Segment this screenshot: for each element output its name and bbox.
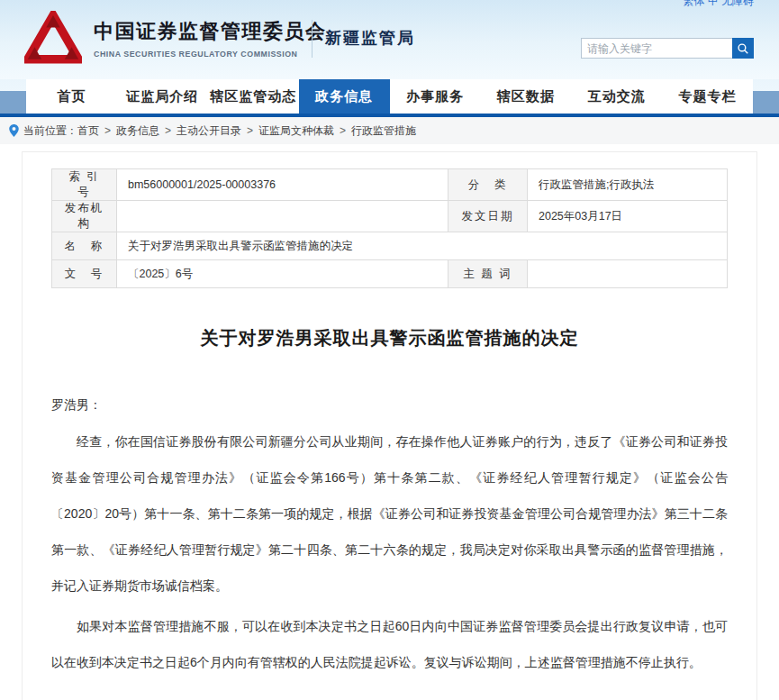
- content-card: 索 引 号 bm56000001/2025-00003376 分 类 行政监管措…: [22, 151, 757, 700]
- table-row: 发布机构 发文日期 2025年03月17日: [52, 201, 728, 232]
- meta-name-value: 关于对罗浩男采取出具警示函监管措施的决定: [117, 232, 728, 260]
- breadcrumb-item-doc-genre[interactable]: 证监局文种体裁: [258, 123, 334, 139]
- nav-item-bureau-intro[interactable]: 证监局介绍: [117, 79, 208, 114]
- location-pin-icon: [9, 124, 19, 137]
- breadcrumb-separator: >: [165, 124, 171, 137]
- meta-pubdate-value: 2025年03月17日: [528, 201, 728, 232]
- breadcrumb-item-gov-info[interactable]: 政务信息: [116, 123, 159, 139]
- document-paragraph-1: 经查，你在国信证券股份有限公司新疆分公司从业期间，存在操作他人证券账户的行为，违…: [51, 424, 728, 604]
- breadcrumb-item-home[interactable]: 首页: [77, 123, 99, 139]
- meta-category-label: 分 类: [448, 169, 528, 201]
- breadcrumb-item-admin-measures[interactable]: 行政监管措施: [351, 123, 416, 139]
- meta-keywords-value: [528, 260, 728, 288]
- nav-item-regional-data[interactable]: 辖区数据: [480, 79, 571, 114]
- top-utility-links[interactable]: 繁体 中 无障碍: [683, 0, 754, 9]
- breadcrumb-separator: >: [104, 124, 111, 137]
- meta-index-label: 索 引 号: [52, 169, 117, 201]
- breadcrumb-separator: >: [247, 124, 253, 137]
- nav-item-regional-dynamics[interactable]: 辖区监管动态: [208, 79, 299, 114]
- org-title-block: 中国证券监督管理委员会 CHINA SECURITIES REGULATORY …: [94, 18, 327, 59]
- table-row: 索 引 号 bm56000001/2025-00003376 分 类 行政监管措…: [52, 169, 728, 201]
- nav-item-special-columns[interactable]: 专题专栏: [662, 79, 753, 114]
- meta-agency-value: [117, 201, 448, 232]
- org-name-cn: 中国证券监督管理委员会: [94, 18, 327, 45]
- document-body: 罗浩男： 经查，你在国信证券股份有限公司新疆分公司从业期间，存在操作他人证券账户…: [51, 392, 728, 681]
- document-meta-table: 索 引 号 bm56000001/2025-00003376 分 类 行政监管措…: [51, 168, 728, 288]
- csrc-logo-icon: [24, 11, 82, 68]
- meta-name-label: 名 称: [52, 232, 117, 260]
- nav-item-interaction[interactable]: 互动交流: [571, 79, 662, 114]
- org-name-en: CHINA SECURITIES REGULATORY COMMISSION: [94, 50, 327, 59]
- search-input[interactable]: [581, 38, 732, 59]
- search-button[interactable]: [732, 38, 754, 59]
- breadcrumb: 当前位置： 首页 > 政务信息 > 主动公开目录 > 证监局文种体裁 > 行政监…: [0, 117, 779, 144]
- table-row: 名 称 关于对罗浩男采取出具警示函监管措施的决定: [52, 232, 728, 260]
- table-row: 文 号 〔2025〕6号 主 题 词: [52, 260, 728, 288]
- bureau-name: 新疆监管局: [325, 27, 415, 49]
- search-icon: [737, 42, 749, 55]
- meta-docno-label: 文 号: [52, 260, 117, 288]
- breadcrumb-separator: >: [340, 124, 346, 137]
- document-paragraph-2: 如果对本监督管理措施不服，可以在收到本决定书之日起60日内向中国证券监督管理委员…: [51, 609, 728, 681]
- page-title: 关于对罗浩男采取出具警示函监管措施的决定: [51, 326, 728, 350]
- nav-item-gov-info[interactable]: 政务信息: [299, 79, 390, 114]
- nav-item-home[interactable]: 首页: [26, 79, 117, 114]
- breadcrumb-item-open-directory[interactable]: 主动公开目录: [177, 123, 241, 139]
- breadcrumb-label: 当前位置：: [23, 123, 77, 139]
- document-salutation: 罗浩男：: [51, 392, 728, 417]
- meta-index-value: bm56000001/2025-00003376: [117, 169, 448, 201]
- meta-keywords-label: 主 题 词: [448, 260, 528, 288]
- meta-docno-value: 〔2025〕6号: [117, 260, 448, 288]
- nav-left-edge: [0, 91, 26, 114]
- meta-agency-label: 发布机构: [52, 201, 117, 232]
- site-header: 中国证券监督管理委员会 CHINA SECURITIES REGULATORY …: [0, 0, 779, 79]
- nav-item-services[interactable]: 办事服务: [390, 79, 481, 114]
- search-bar: [581, 38, 754, 59]
- nav-right-edge: [753, 91, 779, 114]
- header-divider: [312, 20, 313, 58]
- main-nav: 首页 证监局介绍 辖区监管动态 政务信息 办事服务 辖区数据 互动交流 专题专栏: [26, 79, 753, 114]
- meta-category-value: 行政监管措施;行政执法: [528, 169, 728, 201]
- main-nav-wrap: 首页 证监局介绍 辖区监管动态 政务信息 办事服务 辖区数据 互动交流 专题专栏: [0, 79, 779, 114]
- meta-pubdate-label: 发文日期: [448, 201, 528, 232]
